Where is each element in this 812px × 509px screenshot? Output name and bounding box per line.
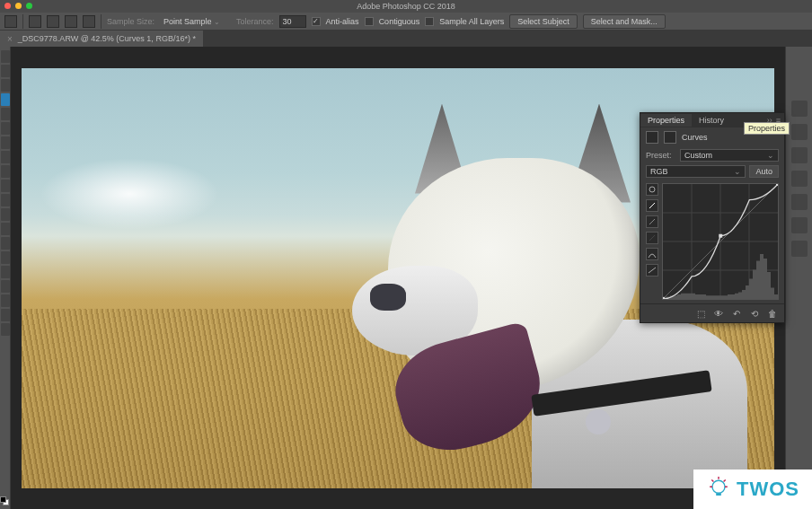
edit-points-icon[interactable]: [646, 248, 658, 260]
paths-panel-icon[interactable]: [791, 241, 808, 257]
sample-size-select[interactable]: Point Sample ⌄: [160, 16, 231, 27]
rectangle-tool-icon[interactable]: [1, 294, 10, 307]
clone-stamp-tool-icon[interactable]: [1, 165, 10, 178]
color-panel-icon[interactable]: [791, 124, 808, 140]
select-and-mask-button[interactable]: Select and Mask...: [583, 14, 666, 29]
layers-panel-icon[interactable]: [791, 194, 808, 210]
dodge-tool-icon[interactable]: [1, 237, 10, 250]
tolerance-label: Tolerance:: [236, 17, 274, 26]
sample-size-label: Sample Size:: [107, 17, 154, 26]
select-subject-button[interactable]: Select Subject: [509, 14, 578, 29]
document-tab-title: _DSC9778.ARW @ 42.5% (Curves 1, RGB/16*)…: [18, 34, 196, 43]
black-point-eyedropper-icon[interactable]: [646, 232, 658, 244]
tooltip: Properties: [744, 122, 790, 135]
curve-tools: [646, 183, 658, 300]
curves-adjustment-icon[interactable]: [646, 131, 658, 144]
contiguous-label: Contiguous: [379, 17, 420, 26]
tab-history[interactable]: History: [692, 114, 731, 127]
image-content: [40, 158, 219, 230]
curves-body: [640, 180, 784, 303]
layer-mask-icon[interactable]: [664, 131, 676, 144]
chevron-down-icon: ⌄: [734, 167, 741, 176]
chevron-down-icon: ⌄: [767, 151, 774, 160]
eraser-tool-icon[interactable]: [1, 194, 10, 206]
document-tab-bar: × _DSC9778.ARW @ 42.5% (Curves 1, RGB/16…: [0, 31, 812, 47]
svg-rect-41: [719, 234, 722, 238]
eyedropper-tool-icon[interactable]: [1, 122, 10, 135]
path-selection-tool-icon[interactable]: [1, 280, 10, 293]
maximize-window-icon[interactable]: [26, 3, 32, 9]
reset-adjustment-icon[interactable]: ⟲: [748, 308, 761, 319]
tab-properties[interactable]: Properties: [640, 114, 692, 127]
white-point-eyedropper-icon[interactable]: [646, 199, 658, 212]
adjustments-panel-icon[interactable]: [791, 171, 808, 187]
chevron-down-icon: ⌄: [214, 18, 220, 26]
titlebar: Adobe Photoshop CC 2018: [0, 0, 812, 13]
brush-tool-icon[interactable]: [1, 151, 10, 163]
crop-tool-icon[interactable]: [1, 108, 10, 120]
separator: [22, 14, 23, 29]
svg-line-39: [663, 184, 778, 299]
swatches-panel-icon[interactable]: [791, 147, 808, 163]
delete-adjustment-icon[interactable]: 🗑: [766, 308, 779, 319]
curves-graph[interactable]: [662, 183, 779, 300]
history-brush-tool-icon[interactable]: [1, 180, 10, 192]
selection-subtract-icon[interactable]: [65, 15, 77, 28]
healing-brush-tool-icon[interactable]: [1, 136, 10, 149]
svg-rect-40: [663, 297, 665, 299]
watermark: TWOS: [693, 470, 812, 509]
type-tool-icon[interactable]: [1, 266, 10, 278]
lightbulb-icon: [706, 477, 731, 502]
blur-tool-icon[interactable]: [1, 223, 10, 235]
channel-row: RGB⌄ Auto: [640, 163, 784, 180]
zoom-tool-icon[interactable]: [1, 323, 10, 336]
minimize-window-icon[interactable]: [15, 3, 22, 9]
watermark-text: TWOS: [737, 478, 799, 501]
color-swatches[interactable]: [0, 496, 9, 505]
history-panel-icon[interactable]: [791, 101, 808, 117]
document-tab[interactable]: × _DSC9778.ARW @ 42.5% (Curves 1, RGB/16…: [0, 31, 203, 47]
svg-rect-42: [776, 184, 778, 186]
targeted-adjustment-icon[interactable]: [646, 183, 658, 196]
view-previous-state-icon[interactable]: ↶: [730, 308, 743, 319]
close-window-icon[interactable]: [4, 3, 11, 9]
toggle-visibility-icon[interactable]: 👁: [712, 308, 725, 319]
magic-wand-tool-icon[interactable]: [1, 93, 10, 106]
gradient-tool-icon[interactable]: [1, 208, 10, 221]
lasso-tool-icon[interactable]: [1, 79, 10, 92]
foreground-color-swatch[interactable]: [0, 496, 6, 503]
app-title: Adobe Photoshop CC 2018: [357, 2, 455, 11]
tools-panel: [0, 47, 11, 509]
tolerance-input[interactable]: [279, 15, 306, 28]
draw-curve-icon[interactable]: [646, 264, 658, 276]
move-tool-icon[interactable]: [1, 50, 10, 63]
selection-add-icon[interactable]: [47, 15, 59, 28]
window-controls: [4, 3, 32, 9]
selection-new-icon[interactable]: [29, 15, 41, 28]
all-layers-label: Sample All Layers: [439, 17, 504, 26]
properties-panel[interactable]: Properties History ›› ≡ Properties Curve…: [640, 112, 785, 323]
auto-button[interactable]: Auto: [749, 165, 779, 178]
gray-point-eyedropper-icon[interactable]: [646, 215, 658, 228]
panel-footer: ⬚ 👁 ↶ ⟲ 🗑: [640, 303, 784, 322]
curves-line[interactable]: [663, 184, 778, 299]
pen-tool-icon[interactable]: [1, 251, 10, 264]
preset-row: Preset: Custom⌄: [640, 147, 784, 163]
adjustment-type-label: Curves: [682, 133, 708, 142]
magic-wand-tool-icon[interactable]: [4, 15, 17, 28]
selection-intersect-icon[interactable]: [83, 15, 95, 28]
options-bar: Sample Size: Point Sample ⌄ Tolerance: ✓…: [0, 13, 812, 31]
channel-select[interactable]: RGB⌄: [646, 165, 746, 178]
separator: [101, 14, 102, 29]
antialias-checkbox[interactable]: ✓: [312, 17, 321, 26]
svg-point-43: [712, 480, 725, 493]
contiguous-checkbox[interactable]: [365, 17, 374, 26]
svg-point-0: [649, 187, 655, 192]
clip-to-layer-icon[interactable]: ⬚: [694, 308, 707, 319]
hand-tool-icon[interactable]: [1, 309, 10, 321]
preset-select[interactable]: Custom⌄: [680, 149, 779, 162]
channels-panel-icon[interactable]: [791, 217, 808, 233]
close-tab-icon[interactable]: ×: [7, 34, 13, 44]
all-layers-checkbox[interactable]: [425, 17, 434, 26]
marquee-tool-icon[interactable]: [1, 65, 10, 77]
